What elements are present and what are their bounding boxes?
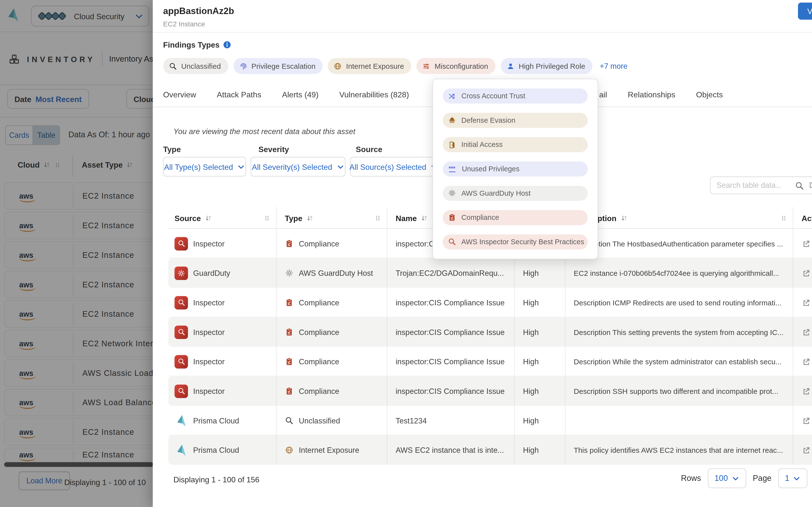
pagination: Rows 100 Page 1 of 2 <box>681 468 812 488</box>
chevron-down-icon <box>793 474 801 482</box>
drag-handle-icon[interactable] <box>374 214 382 222</box>
table-search <box>710 176 812 194</box>
sliders-icon <box>422 62 431 70</box>
inspector-badge-icon <box>175 296 188 309</box>
dropdown-item-compliance[interactable]: Compliance <box>443 210 588 225</box>
chip-internet-exposure[interactable]: Internet Exposure <box>328 58 411 74</box>
drag-handle-icon[interactable] <box>263 214 271 222</box>
clipboard-icon <box>285 328 294 336</box>
view-button[interactable]: Vie <box>798 3 812 20</box>
sort-icon <box>620 214 628 222</box>
open-finding-icon[interactable] <box>802 416 811 425</box>
search-input[interactable] <box>716 177 794 193</box>
door-icon <box>448 140 456 149</box>
source-filter-select[interactable]: All Source(s) Selected <box>350 157 438 176</box>
findings-types-dropdown: Cross Account Trust Defense Evasion Init… <box>432 78 598 259</box>
chevron-down-icon <box>237 163 245 171</box>
chip-misconfiguration[interactable]: Misconfiguration <box>417 58 495 74</box>
tab-vulnerabilities[interactable]: Vulnerabilities (828) <box>339 83 409 107</box>
prisma-cloud-logo-icon <box>175 414 188 428</box>
severity-filter-label: Severity <box>258 145 289 154</box>
asterisks-icon <box>448 165 457 173</box>
dropdown-item-initial-access[interactable]: Initial Access <box>443 137 588 152</box>
gear-icon <box>448 189 456 198</box>
chevron-down-icon <box>732 474 740 482</box>
open-finding-icon[interactable] <box>802 327 811 337</box>
clipboard-icon <box>285 239 294 248</box>
fingerprint-icon <box>239 62 247 70</box>
page-select[interactable]: 1 <box>778 468 808 488</box>
dropdown-item-aws-inspector-best-practices[interactable]: AWS Inspector Security Best Practices <box>443 234 588 249</box>
search-icon[interactable] <box>795 181 804 190</box>
findings-type-chips: Unclassified Privilege Escalation Intern… <box>163 58 628 74</box>
inspector-badge-icon <box>175 384 188 398</box>
findings-types-label: Findings Types <box>163 41 231 49</box>
asset-type-subtitle: EC2 Instance <box>163 20 205 28</box>
clipboard-icon <box>285 387 294 396</box>
open-finding-icon[interactable] <box>802 268 811 278</box>
table-row[interactable]: Inspector Compliance inspector:CIS Compl… <box>168 288 812 318</box>
dropdown-item-cross-account-trust[interactable]: Cross Account Trust <box>443 89 588 104</box>
open-finding-icon[interactable] <box>802 298 811 307</box>
open-finding-icon[interactable] <box>802 357 811 366</box>
clipboard-icon <box>285 298 294 307</box>
table-row[interactable]: Prisma Cloud Internet Exposure AWS EC2 i… <box>168 435 812 465</box>
table-row[interactable]: Prisma Cloud Unclassified Test1234 High <box>168 406 812 435</box>
table-row[interactable]: Inspector Compliance inspector:CIS Compl… <box>168 317 812 347</box>
column-source[interactable]: Source <box>168 207 276 229</box>
page-title: appBastionAz2b <box>163 6 234 16</box>
tab-objects[interactable]: Objects <box>696 83 723 107</box>
chip-unclassified[interactable]: Unclassified <box>163 58 228 74</box>
app-root: Cloud Security INVENTORY Inventory Asset… <box>0 0 812 507</box>
tab-attack-paths[interactable]: Attack Paths <box>217 83 261 107</box>
sort-icon <box>306 214 314 222</box>
open-finding-icon[interactable] <box>802 239 811 248</box>
open-finding-icon[interactable] <box>802 445 811 455</box>
spy-icon <box>448 116 456 125</box>
tab-overview[interactable]: Overview <box>163 83 196 107</box>
tab-alerts[interactable]: Alerts (49) <box>282 83 319 107</box>
sort-icon <box>204 214 212 222</box>
export-icon[interactable] <box>808 180 812 189</box>
person-icon <box>506 62 515 70</box>
dropdown-item-defense-evasion[interactable]: Defense Evasion <box>443 113 588 128</box>
sort-icon <box>421 214 428 222</box>
globe-icon <box>334 62 342 70</box>
open-finding-icon[interactable] <box>802 387 811 396</box>
rows-label: Rows <box>681 473 701 483</box>
table-row[interactable]: Inspector Compliance inspector:CIS Compl… <box>168 376 812 406</box>
table-row[interactable]: Inspector Compliance inspector:CIS Compl… <box>168 347 812 376</box>
globe-icon <box>285 446 294 454</box>
severity-filter-select[interactable]: All Severity(s) Selected <box>251 157 345 176</box>
dropdown-item-unused-privileges[interactable]: Unused Privileges <box>443 161 588 177</box>
type-filter-label: Type <box>163 145 181 154</box>
dropdown-item-aws-guardduty-host[interactable]: AWS GuardDuty Host <box>443 185 588 201</box>
column-action[interactable]: Action <box>793 207 812 229</box>
chevron-down-icon <box>336 163 344 171</box>
shuffle-arrows-icon <box>448 92 456 100</box>
drag-handle-icon[interactable] <box>780 214 788 222</box>
chip-privilege-escalation[interactable]: Privilege Escalation <box>233 58 323 74</box>
column-description[interactable]: Description <box>565 207 793 229</box>
magnifier-icon <box>448 238 456 246</box>
inspector-badge-icon <box>175 355 188 369</box>
clipboard-icon <box>448 214 456 222</box>
source-filter-label: Source <box>356 145 382 154</box>
guardduty-badge-icon <box>175 266 188 280</box>
tab-audit-trail-partial[interactable]: ail <box>599 83 607 107</box>
search-icon <box>169 62 177 70</box>
more-findings-link[interactable]: +7 more <box>600 62 628 70</box>
clipboard-icon <box>285 357 294 366</box>
table-row[interactable]: GuardDuty AWS GuardDuty Host Trojan:EC2/… <box>168 258 812 288</box>
type-filter-select[interactable]: All Type(s) Selected <box>163 157 246 176</box>
search-icon <box>285 416 294 425</box>
rows-per-page-select[interactable]: 100 <box>708 468 746 488</box>
column-type[interactable]: Type <box>276 207 387 229</box>
chip-high-privileged-role[interactable]: High Privileged Role <box>500 58 593 74</box>
info-icon[interactable] <box>223 41 231 49</box>
tab-relationships[interactable]: Relationships <box>628 83 675 107</box>
prisma-cloud-logo-icon <box>175 443 188 457</box>
recent-data-notice: You are viewing the most recent data abo… <box>173 127 355 136</box>
inspector-badge-icon <box>175 237 188 250</box>
background-page: Cloud Security INVENTORY Inventory Asset… <box>0 0 153 507</box>
